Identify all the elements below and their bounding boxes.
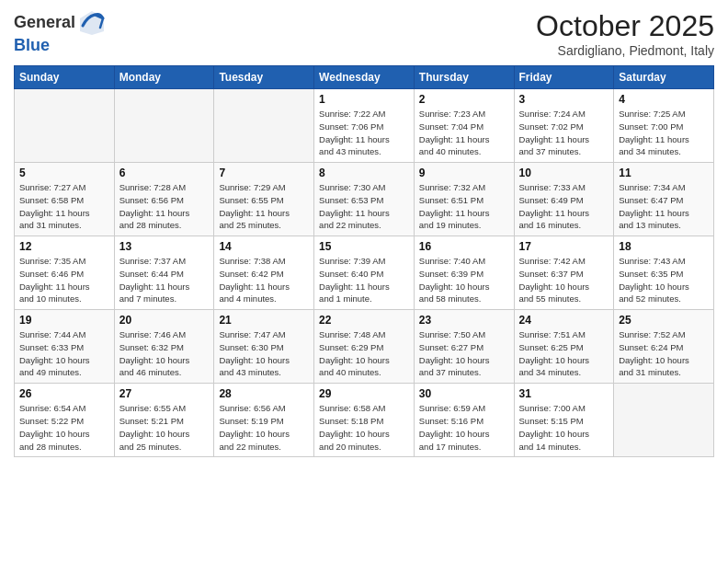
day-number: 4: [619, 93, 709, 106]
calendar-cell: 19Sunrise: 7:44 AM Sunset: 6:33 PM Dayli…: [15, 310, 115, 384]
calendar-cell: 1Sunrise: 7:22 AM Sunset: 7:06 PM Daylig…: [314, 89, 415, 163]
cell-info: Sunrise: 7:37 AM Sunset: 6:44 PM Dayligh…: [119, 255, 210, 305]
month-title: October 2025: [536, 9, 714, 43]
cell-info: Sunrise: 7:39 AM Sunset: 6:40 PM Dayligh…: [319, 255, 409, 305]
day-number: 19: [19, 314, 109, 327]
header-tuesday: Tuesday: [214, 66, 314, 89]
calendar-cell: 14Sunrise: 7:38 AM Sunset: 6:42 PM Dayli…: [214, 236, 314, 310]
day-number: 27: [119, 387, 210, 400]
calendar-cell: 7Sunrise: 7:29 AM Sunset: 6:55 PM Daylig…: [214, 163, 314, 236]
header: General Blue October 2025 Sardigliano, P…: [14, 9, 714, 58]
calendar-cell: 3Sunrise: 7:24 AM Sunset: 7:02 PM Daylig…: [514, 89, 614, 163]
page: General Blue October 2025 Sardigliano, P…: [0, 0, 728, 563]
calendar-cell: 11Sunrise: 7:34 AM Sunset: 6:47 PM Dayli…: [614, 163, 714, 236]
calendar-cell: [614, 384, 714, 457]
cell-info: Sunrise: 7:48 AM Sunset: 6:29 PM Dayligh…: [319, 328, 409, 379]
calendar-week-4: 19Sunrise: 7:44 AM Sunset: 6:33 PM Dayli…: [15, 310, 714, 384]
calendar-week-2: 5Sunrise: 7:27 AM Sunset: 6:58 PM Daylig…: [15, 163, 714, 236]
day-number: 21: [219, 314, 309, 327]
cell-info: Sunrise: 7:44 AM Sunset: 6:33 PM Dayligh…: [19, 328, 109, 379]
calendar-header-row: Sunday Monday Tuesday Wednesday Thursday…: [15, 66, 714, 89]
cell-info: Sunrise: 7:23 AM Sunset: 7:04 PM Dayligh…: [419, 108, 509, 158]
cell-info: Sunrise: 7:00 AM Sunset: 5:15 PM Dayligh…: [519, 402, 609, 453]
calendar-cell: 2Sunrise: 7:23 AM Sunset: 7:04 PM Daylig…: [414, 89, 514, 163]
calendar-cell: 12Sunrise: 7:35 AM Sunset: 6:46 PM Dayli…: [15, 236, 115, 310]
calendar-cell: 20Sunrise: 7:46 AM Sunset: 6:32 PM Dayli…: [114, 310, 214, 384]
calendar-cell: 30Sunrise: 6:59 AM Sunset: 5:16 PM Dayli…: [414, 384, 514, 457]
calendar-week-3: 12Sunrise: 7:35 AM Sunset: 6:46 PM Dayli…: [15, 236, 714, 310]
day-number: 22: [319, 314, 409, 327]
day-number: 12: [19, 240, 109, 253]
calendar-cell: 31Sunrise: 7:00 AM Sunset: 5:15 PM Dayli…: [514, 384, 614, 457]
calendar-cell: 13Sunrise: 7:37 AM Sunset: 6:44 PM Dayli…: [114, 236, 214, 310]
day-number: 20: [119, 314, 210, 327]
calendar-cell: [15, 89, 115, 163]
cell-info: Sunrise: 7:38 AM Sunset: 6:42 PM Dayligh…: [219, 255, 309, 305]
location-title: Sardigliano, Piedmont, Italy: [536, 43, 714, 58]
cell-info: Sunrise: 7:42 AM Sunset: 6:37 PM Dayligh…: [519, 255, 609, 305]
day-number: 6: [119, 167, 210, 179]
cell-info: Sunrise: 7:35 AM Sunset: 6:46 PM Dayligh…: [19, 255, 109, 305]
logo-general-text: General: [14, 14, 75, 32]
header-saturday: Saturday: [614, 66, 714, 89]
calendar-cell: 23Sunrise: 7:50 AM Sunset: 6:27 PM Dayli…: [414, 310, 514, 384]
title-block: October 2025 Sardigliano, Piedmont, Ital…: [536, 9, 714, 58]
calendar-cell: [114, 89, 214, 163]
day-number: 28: [219, 387, 309, 400]
calendar-cell: [214, 89, 314, 163]
day-number: 10: [519, 167, 609, 179]
logo-icon: [78, 9, 106, 37]
calendar-cell: 17Sunrise: 7:42 AM Sunset: 6:37 PM Dayli…: [514, 236, 614, 310]
day-number: 7: [219, 167, 309, 179]
cell-info: Sunrise: 7:34 AM Sunset: 6:47 PM Dayligh…: [619, 181, 709, 232]
cell-info: Sunrise: 6:55 AM Sunset: 5:21 PM Dayligh…: [119, 402, 210, 453]
day-number: 14: [219, 240, 309, 253]
calendar-cell: 4Sunrise: 7:25 AM Sunset: 7:00 PM Daylig…: [614, 89, 714, 163]
cell-info: Sunrise: 6:58 AM Sunset: 5:18 PM Dayligh…: [319, 402, 409, 453]
day-number: 5: [19, 167, 109, 179]
cell-info: Sunrise: 7:43 AM Sunset: 6:35 PM Dayligh…: [619, 255, 709, 305]
day-number: 8: [319, 167, 409, 179]
header-monday: Monday: [114, 66, 214, 89]
calendar-cell: 26Sunrise: 6:54 AM Sunset: 5:22 PM Dayli…: [15, 384, 115, 457]
calendar-cell: 24Sunrise: 7:51 AM Sunset: 6:25 PM Dayli…: [514, 310, 614, 384]
cell-info: Sunrise: 7:29 AM Sunset: 6:55 PM Dayligh…: [219, 181, 309, 232]
cell-info: Sunrise: 7:40 AM Sunset: 6:39 PM Dayligh…: [419, 255, 509, 305]
day-number: 31: [519, 387, 609, 400]
cell-info: Sunrise: 6:54 AM Sunset: 5:22 PM Dayligh…: [19, 402, 109, 453]
cell-info: Sunrise: 7:33 AM Sunset: 6:49 PM Dayligh…: [519, 181, 609, 232]
calendar-cell: 29Sunrise: 6:58 AM Sunset: 5:18 PM Dayli…: [314, 384, 415, 457]
day-number: 1: [319, 93, 409, 106]
calendar-cell: 9Sunrise: 7:32 AM Sunset: 6:51 PM Daylig…: [414, 163, 514, 236]
header-wednesday: Wednesday: [314, 66, 415, 89]
cell-info: Sunrise: 7:25 AM Sunset: 7:00 PM Dayligh…: [619, 108, 709, 158]
logo-blue-text: Blue: [14, 37, 106, 55]
day-number: 24: [519, 314, 609, 327]
cell-info: Sunrise: 7:22 AM Sunset: 7:06 PM Dayligh…: [319, 108, 409, 158]
calendar-cell: 21Sunrise: 7:47 AM Sunset: 6:30 PM Dayli…: [214, 310, 314, 384]
header-sunday: Sunday: [15, 66, 115, 89]
cell-info: Sunrise: 7:32 AM Sunset: 6:51 PM Dayligh…: [419, 181, 509, 232]
day-number: 11: [619, 167, 709, 179]
cell-info: Sunrise: 7:52 AM Sunset: 6:24 PM Dayligh…: [619, 328, 709, 379]
day-number: 23: [419, 314, 509, 327]
calendar-cell: 6Sunrise: 7:28 AM Sunset: 6:56 PM Daylig…: [114, 163, 214, 236]
day-number: 26: [19, 387, 109, 400]
day-number: 17: [519, 240, 609, 253]
day-number: 18: [619, 240, 709, 253]
calendar: Sunday Monday Tuesday Wednesday Thursday…: [14, 65, 714, 457]
day-number: 15: [319, 240, 409, 253]
calendar-cell: 27Sunrise: 6:55 AM Sunset: 5:21 PM Dayli…: [114, 384, 214, 457]
calendar-cell: 16Sunrise: 7:40 AM Sunset: 6:39 PM Dayli…: [414, 236, 514, 310]
logo: General Blue: [14, 9, 106, 55]
cell-info: Sunrise: 7:46 AM Sunset: 6:32 PM Dayligh…: [119, 328, 210, 379]
day-number: 2: [419, 93, 509, 106]
cell-info: Sunrise: 7:50 AM Sunset: 6:27 PM Dayligh…: [419, 328, 509, 379]
calendar-cell: 5Sunrise: 7:27 AM Sunset: 6:58 PM Daylig…: [15, 163, 115, 236]
day-number: 13: [119, 240, 210, 253]
day-number: 30: [419, 387, 509, 400]
cell-info: Sunrise: 7:27 AM Sunset: 6:58 PM Dayligh…: [19, 181, 109, 232]
cell-info: Sunrise: 7:30 AM Sunset: 6:53 PM Dayligh…: [319, 181, 409, 232]
calendar-cell: 28Sunrise: 6:56 AM Sunset: 5:19 PM Dayli…: [214, 384, 314, 457]
cell-info: Sunrise: 6:59 AM Sunset: 5:16 PM Dayligh…: [419, 402, 509, 453]
